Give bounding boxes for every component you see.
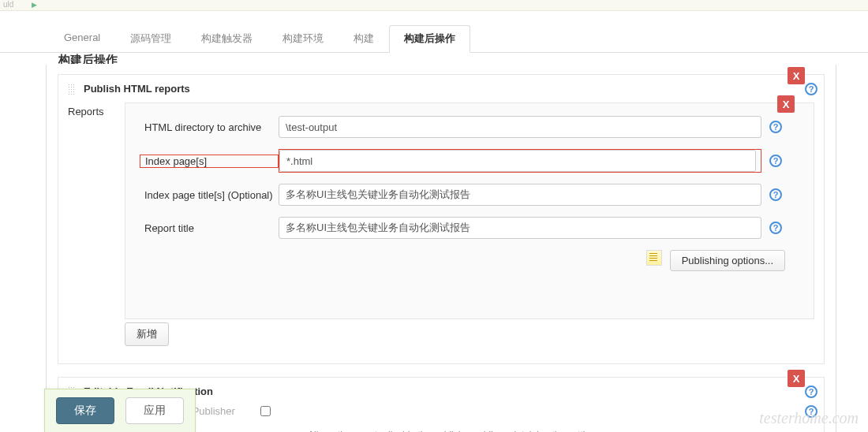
crumb-arrow-icon: ▶ — [32, 1, 37, 9]
block-title: Publish HTML reports — [84, 83, 190, 95]
tab-triggers[interactable]: 构建触发器 — [186, 25, 268, 53]
publish-html-block: X ? Publish HTML reports Reports X HTML … — [58, 74, 825, 364]
section-heading: 构建后操作 — [58, 50, 868, 64]
input-index-titles[interactable] — [279, 184, 761, 206]
notepad-icon — [646, 250, 662, 266]
help-icon[interactable]: ? — [769, 188, 782, 201]
row-index-titles: Index page title[s] (Optional) ? — [140, 184, 782, 206]
tab-general[interactable]: General — [49, 25, 115, 53]
label-html-dir: HTML directory to archive — [140, 121, 279, 133]
input-index-pages[interactable] — [279, 150, 756, 172]
label-index-pages: Index page[s] — [140, 155, 279, 168]
apply-button[interactable]: 应用 — [125, 397, 184, 424]
delete-publish-html-button[interactable]: X — [788, 67, 805, 84]
block-header[interactable]: Publish HTML reports — [58, 75, 824, 102]
save-button[interactable]: 保存 — [56, 397, 114, 424]
row-html-dir: HTML directory to archive ? — [140, 116, 782, 138]
input-report-title[interactable] — [279, 217, 761, 239]
crumb-text: uld — [3, 0, 13, 9]
label-report-title: Report title — [140, 222, 279, 234]
tab-build[interactable]: 构建 — [339, 25, 389, 53]
tab-environment[interactable]: 构建环境 — [268, 25, 339, 53]
help-icon[interactable]: ? — [769, 121, 782, 133]
footer-bar: 保存 应用 — [44, 389, 196, 432]
tab-postbuild[interactable]: 构建后操作 — [389, 25, 470, 53]
config-container: X ? Publish HTML reports Reports X HTML … — [46, 65, 836, 432]
delete-email-block-button[interactable]: X — [788, 370, 805, 387]
reports-label: Reports — [68, 102, 125, 319]
tab-bar: General 源码管理 构建触发器 构建环境 构建 构建后操作 — [0, 25, 868, 53]
row-report-title: Report title ? — [140, 217, 782, 239]
delete-report-button[interactable]: X — [777, 95, 795, 113]
label-index-titles: Index page title[s] (Optional) — [140, 189, 279, 201]
publishing-options-button[interactable]: Publishing options... — [670, 250, 785, 271]
drag-handle-icon[interactable] — [68, 84, 76, 95]
help-icon[interactable]: ? — [805, 385, 817, 398]
disable-publisher-checkbox[interactable] — [260, 406, 271, 416]
help-icon[interactable]: ? — [805, 83, 817, 95]
top-strip: uld ▶ — [0, 0, 868, 11]
add-report-button[interactable]: 新增 — [125, 322, 169, 346]
watermark: testerhome.com — [759, 409, 859, 427]
help-icon[interactable]: ? — [769, 222, 782, 234]
tab-scm[interactable]: 源码管理 — [115, 25, 186, 53]
row-index-pages: Index page[s] ? — [140, 149, 782, 173]
help-icon[interactable]: ? — [769, 155, 782, 167]
input-html-dir[interactable] — [279, 116, 761, 138]
reports-box: X HTML directory to archive ? Index page… — [125, 102, 814, 319]
